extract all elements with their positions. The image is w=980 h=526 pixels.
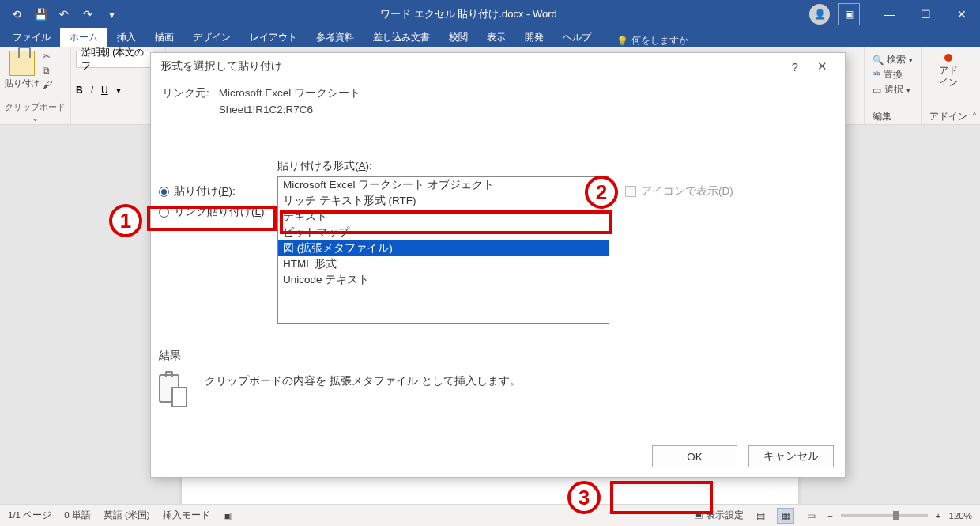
link-source-value-1: Microsoft Excel ワークシート: [219, 86, 360, 100]
close-window-icon[interactable]: ✕: [944, 0, 980, 28]
title-bar: ⟲ 💾 ↶ ↷ ▾ ワード エクセル 貼り付け.docx - Word 👤 ▣ …: [0, 0, 980, 28]
status-word-count[interactable]: 0 単語: [64, 509, 91, 521]
dialog-title: 形式を選択して貼り付け: [160, 59, 282, 74]
tab-review[interactable]: 校閲: [439, 28, 477, 47]
status-bar: 1/1 ページ 0 単語 英語 (米国) 挿入モード ▣ ▣ 表示設定 ▤ ▦ …: [0, 504, 980, 526]
undo-icon[interactable]: ↶: [54, 4, 74, 25]
callout-outline-3: [610, 481, 713, 514]
redo-icon[interactable]: ↷: [77, 4, 98, 25]
paste-special-dialog: 形式を選択して貼り付け ? ✕ リンク元: Microsoft Excel ワー…: [150, 52, 846, 478]
dialog-titlebar: 形式を選択して貼り付け ? ✕: [151, 53, 845, 80]
paste-button[interactable]: 貼り付け: [5, 51, 40, 89]
callout-number-2: 2: [585, 176, 618, 209]
tab-home[interactable]: ホーム: [60, 28, 107, 47]
dialog-help-button[interactable]: ?: [782, 60, 808, 74]
paste-mode-radios: 貼り付け(P): リンク貼り付け(L):: [159, 159, 277, 324]
tab-view[interactable]: 表示: [477, 28, 515, 47]
paste-label: 貼り付け: [5, 78, 40, 89]
tab-file[interactable]: ファイル: [3, 28, 60, 47]
view-read-mode-icon[interactable]: ▤: [752, 508, 769, 524]
copy-icon[interactable]: ⧉: [43, 65, 52, 76]
ok-button[interactable]: OK: [652, 445, 737, 467]
tab-developer[interactable]: 開発: [515, 28, 553, 47]
qat-customize-icon[interactable]: ▾: [101, 4, 122, 25]
link-source-label: リンク元:: [162, 86, 209, 115]
account-avatar-icon[interactable]: 👤: [809, 4, 830, 25]
editing-group-label: 編集: [873, 111, 913, 123]
zoom-slider[interactable]: [841, 514, 928, 517]
tab-draw[interactable]: 描画: [145, 28, 183, 47]
callout-number-3: 3: [567, 481, 601, 514]
ribbon-display-options-icon[interactable]: ▣: [838, 3, 860, 25]
zoom-in-icon[interactable]: +: [936, 511, 941, 520]
tell-me-search[interactable]: 💡 何をしますか: [616, 34, 688, 47]
callout-outline-1: [147, 206, 277, 231]
select-button[interactable]: ▭選択 ▾: [873, 82, 913, 97]
list-item[interactable]: Microsoft Excel ワークシート オブジェクト: [278, 177, 609, 193]
radio-checked-icon: [159, 187, 169, 197]
window-controls: — ☐ ✕: [871, 0, 980, 28]
tell-me-label: 何をしますか: [631, 34, 688, 47]
maximize-icon[interactable]: ☐: [907, 0, 944, 28]
link-source-value-2: Sheet1!R1C2:R7C6: [219, 104, 360, 115]
tab-help[interactable]: ヘルプ: [553, 28, 601, 47]
format-painter-icon[interactable]: 🖌: [43, 79, 52, 90]
checkbox-icon: [625, 186, 636, 197]
radio-paste[interactable]: 貼り付け(P):: [159, 181, 277, 202]
bold-button[interactable]: B: [76, 85, 83, 96]
format-list-header: 貼り付ける形式(A):: [277, 159, 609, 176]
italic-button[interactable]: I: [91, 85, 93, 96]
cancel-button[interactable]: キャンセル: [748, 445, 834, 467]
find-button[interactable]: 🔍検索 ▾: [873, 52, 913, 67]
clipboard-group-label: クリップボード ⌄: [5, 100, 66, 123]
addins-icon: [944, 54, 952, 62]
result-icon: [159, 374, 190, 409]
quick-access-toolbar: ⟲ 💾 ↶ ↷ ▾: [0, 4, 128, 25]
list-item-selected[interactable]: 図 (拡張メタファイル): [278, 240, 609, 256]
tab-layout[interactable]: レイアウト: [240, 28, 307, 47]
list-item[interactable]: リッチ テキスト形式 (RTF): [278, 193, 609, 209]
minimize-icon[interactable]: —: [871, 0, 907, 28]
result-heading: 結果: [159, 349, 837, 363]
link-source-row: リンク元: Microsoft Excel ワークシート Sheet1!R1C2…: [162, 86, 834, 115]
lightbulb-icon: 💡: [616, 36, 628, 47]
font-name-combo[interactable]: 游明朝 (本文のフ: [76, 51, 155, 68]
window-title: ワード エクセル 貼り付け.docx - Word: [128, 7, 809, 21]
tab-design[interactable]: デザイン: [183, 28, 240, 47]
addins-button[interactable]: アド イン: [939, 52, 958, 89]
ribbon-group-clipboard: 貼り付け ✂ ⧉ 🖌 クリップボード ⌄: [0, 47, 71, 124]
addins-group-label: アドイン: [929, 111, 967, 123]
format-listbox[interactable]: Microsoft Excel ワークシート オブジェクト リッチ テキスト形式…: [277, 176, 609, 324]
font-more-icon[interactable]: ▾: [116, 85, 121, 96]
tab-mailings[interactable]: 差し込み文書: [364, 28, 439, 47]
search-icon: 🔍: [873, 55, 884, 66]
select-icon: ▭: [873, 85, 881, 96]
collapse-ribbon-icon[interactable]: ˄: [972, 112, 977, 123]
status-language[interactable]: 英語 (米国): [104, 509, 150, 521]
list-item[interactable]: Unicode テキスト: [278, 272, 609, 288]
zoom-level[interactable]: 120%: [949, 511, 972, 520]
view-web-layout-icon[interactable]: ▭: [802, 508, 820, 524]
replace-button[interactable]: ᵃᵇ置換: [873, 67, 913, 82]
zoom-out-icon[interactable]: −: [827, 511, 833, 520]
paste-icon: [9, 51, 35, 76]
save-icon[interactable]: 💾: [30, 4, 51, 25]
tab-insert[interactable]: 挿入: [107, 28, 145, 47]
result-description: クリップボードの内容を 拡張メタファイル として挿入します。: [205, 374, 521, 388]
autosave-icon[interactable]: ⟲: [6, 4, 27, 25]
ribbon-tabs: ファイル ホーム 挿入 描画 デザイン レイアウト 参考資料 差し込み文書 校閲…: [0, 28, 980, 47]
tab-references[interactable]: 参考資料: [307, 28, 364, 47]
status-insert-mode[interactable]: 挿入モード: [163, 509, 210, 521]
ribbon-group-addins: アド イン アドイン: [921, 47, 975, 124]
result-section: 結果 クリップボードの内容を 拡張メタファイル として挿入します。: [159, 349, 837, 409]
underline-button[interactable]: U: [101, 85, 108, 96]
view-print-layout-icon[interactable]: ▦: [777, 508, 794, 524]
display-as-icon-checkbox: アイコンで表示(D): [625, 184, 733, 199]
replace-icon: ᵃᵇ: [873, 70, 880, 81]
status-macro-icon[interactable]: ▣: [223, 510, 232, 521]
callout-number-1: 1: [109, 204, 142, 237]
list-item[interactable]: HTML 形式: [278, 256, 609, 272]
dialog-close-button[interactable]: ✕: [808, 59, 835, 74]
status-page[interactable]: 1/1 ページ: [8, 509, 51, 521]
cut-icon[interactable]: ✂: [43, 51, 52, 62]
